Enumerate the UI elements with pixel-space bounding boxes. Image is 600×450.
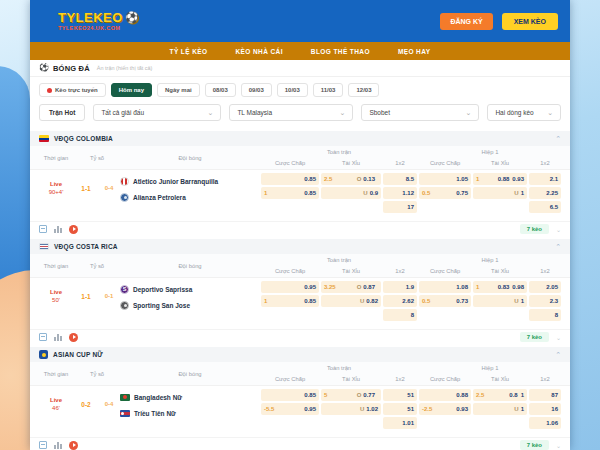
odds-cell-h1-1x2-away[interactable]: 2.25 — [529, 187, 561, 199]
site-logo[interactable]: TYLEKEO⚽ TYLEKEO24.UK.COM — [58, 12, 139, 31]
odds-cell-h1-over[interactable]: 10.880.93 — [473, 173, 527, 185]
col-header-over-under: Tài Xỉu — [320, 374, 382, 386]
live-stream-icon[interactable] — [69, 225, 78, 234]
league-section-colombia: VĐQG COLOMBIA ⌃ Thời gian Tỷ số Đội bóng… — [30, 131, 570, 236]
odds-cell-h1-hcap-home[interactable]: 0.88 — [419, 389, 471, 401]
chevron-down-icon[interactable]: ⌄ — [556, 442, 561, 449]
away-team-name: Triều Tiên Nữ — [134, 410, 176, 417]
chevron-up-icon[interactable]: ⌃ — [555, 243, 561, 251]
chevron-down-icon[interactable]: ⌄ — [556, 226, 561, 233]
odds-cell-h1-1x2-draw[interactable]: 8 — [529, 309, 561, 321]
chevron-up-icon[interactable]: ⌃ — [555, 351, 561, 359]
more-odds-button[interactable]: 7 kèo — [520, 224, 549, 234]
odds-cell-ft-under[interactable]: U0.82 — [321, 295, 381, 307]
nav-item-ty-le-keo[interactable]: TỶ LỆ KÈO — [170, 48, 208, 55]
day-filter-1003[interactable]: 10/03 — [277, 83, 308, 97]
view-odds-button[interactable]: XEM KÈO — [502, 13, 558, 30]
odds-cell-ft-1x2-away[interactable]: 2.62 — [383, 295, 417, 307]
odds-cell-ft-over[interactable]: 3.25O0.87 — [321, 281, 381, 293]
odds-cell-h1-under[interactable]: U1 — [473, 187, 527, 199]
live-odds-filter[interactable]: Kèo trực tuyến — [39, 83, 106, 97]
more-odds-button[interactable]: 7 kèo — [520, 332, 549, 342]
odds-cell-h1-1x2-draw[interactable]: 1.06 — [529, 417, 561, 429]
live-stream-icon[interactable] — [69, 333, 78, 342]
nav-item-meo-hay[interactable]: MẸO HAY — [398, 48, 431, 55]
home-team[interactable]: Bangladesh Nữ — [120, 392, 260, 402]
nav-item-blog-the-thao[interactable]: BLOG THỂ THAO — [311, 48, 370, 55]
stats-icon[interactable] — [54, 441, 62, 449]
odds-cell-ft-hcap-away[interactable]: 10.85 — [261, 295, 319, 307]
more-odds-button[interactable]: 7 kèo — [520, 440, 549, 450]
away-team[interactable]: Sporting San Jose — [120, 300, 260, 310]
odds-cell-h1-over[interactable]: 10.830.98 — [473, 281, 527, 293]
odds-cell-ft-hcap-home[interactable]: 0.95 — [261, 281, 319, 293]
odds-cell-h1-hcap-away[interactable]: -2.50.93 — [419, 403, 471, 415]
lineup-icon[interactable] — [39, 225, 47, 233]
odds-cell-ft-over[interactable]: 2.5O0.13 — [321, 173, 381, 185]
day-filter-1103[interactable]: 11/03 — [313, 83, 344, 97]
odds-cell-h1-1x2-away[interactable]: 2.3 — [529, 295, 561, 307]
day-filter-tomorrow[interactable]: Ngày mai — [157, 83, 200, 97]
odds-cell-ft-1x2-home[interactable]: 1.9 — [383, 281, 417, 293]
day-filter-0903[interactable]: 09/03 — [241, 83, 272, 97]
league-header[interactable]: VĐQG COSTA RICA ⌃ — [30, 239, 570, 254]
odds-cell-h1-hcap-home[interactable]: 1.05 — [419, 173, 471, 185]
odds-type-select[interactable]: TL Malaysia⌄ — [229, 104, 353, 121]
hot-match-filter[interactable]: Trận Hot — [39, 104, 85, 121]
away-team[interactable]: Alianza Petrolera — [120, 192, 260, 202]
lineup-icon[interactable] — [39, 333, 47, 341]
odds-cell-h1-1x2-home[interactable]: 87 — [529, 389, 561, 401]
odds-cell-ft-1x2-draw[interactable]: 1.01 — [383, 417, 417, 429]
chevron-down-icon[interactable]: ⌄ — [556, 334, 561, 341]
signup-button[interactable]: ĐĂNG KÝ — [440, 13, 492, 30]
home-team[interactable]: Deportivo Saprissa — [120, 284, 260, 294]
away-team[interactable]: Triều Tiên Nữ — [120, 408, 260, 418]
bookmaker-select[interactable]: Sbobet⌄ — [361, 104, 479, 121]
day-filter-1203[interactable]: 12/03 — [348, 83, 379, 97]
odds-cell-h1-under[interactable]: U1 — [473, 295, 527, 307]
live-stream-icon[interactable] — [69, 441, 78, 450]
odds-cell-ft-hcap-home[interactable]: 0.85 — [261, 389, 319, 401]
match-footer: 7 kèo ⌄ — [30, 221, 570, 236]
col-header-over-under: Tài Xỉu — [320, 158, 382, 170]
odds-cell-h1-1x2-away[interactable]: 16 — [529, 403, 561, 415]
odds-cell-ft-1x2-home[interactable]: 8.5 — [383, 173, 417, 185]
nav-item-keo-nha-cai[interactable]: KÈO NHÀ CÁI — [235, 48, 282, 55]
day-filter-today[interactable]: Hôm nay — [111, 83, 152, 97]
odds-cell-ft-under[interactable]: U0.9 — [321, 187, 381, 199]
lines-select[interactable]: Hai dòng kèo⌄ — [487, 104, 561, 121]
odds-cell-h1-over[interactable]: 2.50.81 — [473, 389, 527, 401]
odds-cell-ft-1x2-home[interactable]: 51 — [383, 389, 417, 401]
odds-cell-h1-hcap-away[interactable]: 0.50.75 — [419, 187, 471, 199]
odds-cell-ft-over[interactable]: 5O0.77 — [321, 389, 381, 401]
h1-handicap-column: 0.88 -2.50.93 — [418, 388, 472, 435]
lineup-icon[interactable] — [39, 441, 47, 449]
odds-cell-ft-hcap-home[interactable]: 0.85 — [261, 173, 319, 185]
match-footer: 7 kèo ⌄ — [30, 437, 570, 450]
stats-icon[interactable] — [54, 225, 62, 233]
odds-cell-ft-1x2-away[interactable]: 1.12 — [383, 187, 417, 199]
odds-cell-ft-under[interactable]: U1.02 — [321, 403, 381, 415]
odds-cell-h1-1x2-home[interactable]: 2.05 — [529, 281, 561, 293]
league-select-value: Tất cả giải đấu — [101, 109, 144, 116]
odds-cell-h1-1x2-home[interactable]: 2.1 — [529, 173, 561, 185]
odds-cell-h1-under[interactable]: U1 — [473, 403, 527, 415]
odds-cell-ft-1x2-away[interactable]: 51 — [383, 403, 417, 415]
chevron-up-icon[interactable]: ⌃ — [555, 135, 561, 143]
league-header[interactable]: ASIAN CUP NỮ ⌃ — [30, 347, 570, 362]
home-team[interactable]: Atletico Junior Barranquilla — [120, 176, 260, 186]
chevron-down-icon: ⌄ — [547, 110, 553, 115]
odds-cell-h1-1x2-draw[interactable]: 6.5 — [529, 201, 561, 213]
odds-cell-h1-hcap-away[interactable]: 0.50.73 — [419, 295, 471, 307]
day-filter-0803[interactable]: 08/03 — [205, 83, 236, 97]
stats-icon[interactable] — [54, 333, 62, 341]
match-row: Live 90+4' 1-1 0-4 Atletico Junior Barra… — [30, 170, 570, 219]
odds-cell-ft-1x2-draw[interactable]: 17 — [383, 201, 417, 213]
odds-cell-ft-hcap-away[interactable]: 10.85 — [261, 187, 319, 199]
league-select[interactable]: Tất cả giải đấu⌄ — [93, 104, 221, 121]
odds-cell-ft-hcap-away[interactable]: -5.50.95 — [261, 403, 319, 415]
odds-cell-h1-hcap-home[interactable]: 1.08 — [419, 281, 471, 293]
odds-cell-ft-1x2-draw[interactable]: 8 — [383, 309, 417, 321]
costa-rica-flag-icon — [39, 243, 49, 250]
league-header[interactable]: VĐQG COLOMBIA ⌃ — [30, 131, 570, 146]
